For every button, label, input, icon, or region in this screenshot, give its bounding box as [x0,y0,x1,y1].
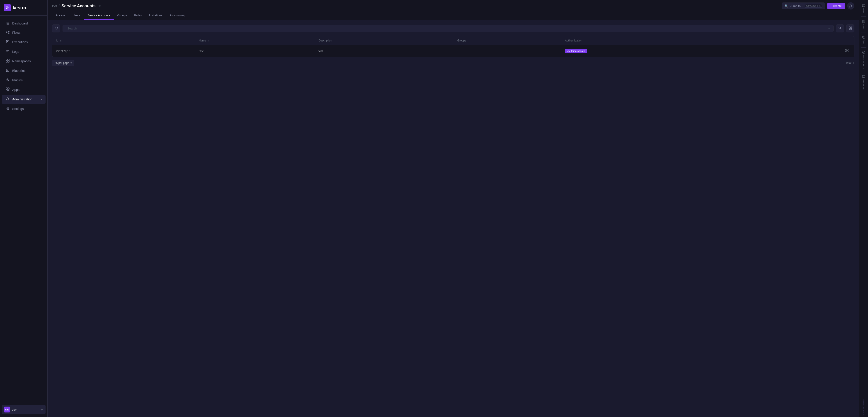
sidebar-item-settings[interactable]: ⚙ Settings [2,104,45,113]
sidebar-item-administration[interactable]: Administration › [2,95,45,104]
rp-docs[interactable]: Docs [860,18,867,30]
svg-point-18 [839,27,841,29]
sidebar-item-label: Plugins [12,78,23,82]
sidebar-item-flows[interactable]: Flows [2,28,45,37]
tab-users[interactable]: Users [69,11,84,20]
search-button[interactable] [836,25,844,32]
svg-rect-5 [6,51,8,52]
svg-point-16 [7,98,8,99]
tab-service-accounts[interactable]: Service Accounts [84,11,114,20]
sidebar-item-plugins[interactable]: Plugins [2,76,45,85]
svg-point-12 [7,79,8,80]
sidebar-item-label: Flows [12,31,21,34]
jump-to-button[interactable]: 🔍 Jump to... Ctrl/Cmd + K [782,2,825,9]
tab-groups[interactable]: Groups [114,11,131,20]
rp-open-issue-label: Open an Issue [862,55,865,69]
help-icon [862,36,865,40]
cell-row-actions [757,45,854,57]
rp-help[interactable]: Help [860,34,867,45]
sidebar-item-label: Settings [12,107,24,110]
open-issue-icon [862,51,865,55]
sort-icon: ⇅ [60,39,62,42]
search-icon: 🔍 [784,4,788,8]
svg-point-0 [6,32,7,33]
svg-rect-19 [849,27,850,28]
refresh-button[interactable] [52,25,60,32]
logo-icon [4,4,11,11]
tab-invitations[interactable]: Invitations [145,11,166,20]
rp-open-issue[interactable]: Open an Issue [860,50,867,70]
svg-rect-14 [8,88,9,89]
create-button[interactable]: + Create [827,3,845,9]
logs-icon [5,50,10,54]
cell-groups [454,45,561,57]
toolbar: ▾ [52,25,855,32]
tab-access[interactable]: Access [52,11,69,20]
content-area: ▾ Id ⇅ Name [48,20,859,417]
nav-menu: ⊞ Dashboard Flows Executions Logs Name [0,15,48,402]
sidebar-footer: DE dev ⇌ [0,402,48,417]
search-container: ▾ [63,25,834,32]
user-profile-button[interactable] [847,2,855,9]
sidebar-item-label: Logs [12,50,19,54]
cell-authentication: Impersonate [561,45,757,57]
rp-news[interactable]: News [860,2,867,14]
cell-description: test [315,45,454,57]
chevron-down-icon: ▾ [70,61,72,65]
sidebar-item-dashboard[interactable]: ⊞ Dashboard [2,19,45,28]
breadcrumb: IAM [52,4,57,7]
sidebar-item-executions[interactable]: Executions [2,38,45,47]
logo-area[interactable]: kestra. [0,0,48,15]
svg-rect-9 [6,61,7,62]
tab-provisioning[interactable]: Provisioning [166,11,189,20]
namespaces-icon [5,59,10,63]
page-title: Service Accounts [61,4,95,8]
rp-get-demo[interactable]: Get a demo [860,74,867,92]
administration-icon [5,97,10,101]
column-header-name[interactable]: Name ⇅ [195,36,315,45]
logo-text: kestra. [13,5,27,10]
blueprints-icon [5,68,10,73]
breadcrumb-separator: / [59,4,60,8]
cell-name: test [195,45,315,57]
svg-rect-6 [6,52,9,52]
svg-rect-34 [862,75,865,77]
user-switch-icon[interactable]: ⇌ [40,408,43,411]
flows-icon [5,30,10,35]
svg-point-30 [862,36,865,38]
get-demo-icon [862,75,865,79]
svg-rect-10 [8,61,9,62]
sidebar-item-namespaces[interactable]: Namespaces [2,57,45,66]
divider [861,16,866,17]
sidebar-item-logs[interactable]: Logs [2,47,45,56]
grid-view-button[interactable] [846,25,855,32]
svg-point-17 [850,5,851,6]
main-content: IAM / Service Accounts ☆ 🔍 Jump to... Ct… [48,0,859,417]
user-badge[interactable]: DE dev ⇌ [2,405,45,414]
sort-icon: ⇅ [208,39,209,42]
svg-rect-13 [6,88,7,89]
svg-rect-4 [6,50,9,51]
svg-rect-27 [847,51,848,52]
impersonate-badge[interactable]: Impersonate [565,49,587,53]
chevron-down-icon[interactable]: ▾ [828,26,831,31]
column-header-id[interactable]: Id ⇅ [52,36,195,45]
per-page-label: 25 per page [55,61,69,65]
sidebar-item-label: Apps [12,88,20,92]
sidebar-item-apps[interactable]: Apps [2,85,45,94]
avatar: DE [4,407,10,413]
search-input[interactable] [65,25,828,32]
settings-icon: ⚙ [5,106,10,111]
tab-roles[interactable]: Roles [130,11,145,20]
plugins-icon [5,78,10,83]
column-header-authentication: Authentication [561,36,757,45]
rp-docs-label: Docs [862,24,865,29]
topbar-top: IAM / Service Accounts ☆ 🔍 Jump to... Ct… [52,0,855,11]
per-page-selector[interactable]: 25 per page ▾ [52,60,74,66]
sidebar-item-blueprints[interactable]: Blueprints [2,66,45,75]
row-menu-button[interactable] [843,48,850,54]
star-button[interactable]: ☆ [97,4,102,8]
dashboard-icon: ⊞ [5,21,10,25]
svg-rect-24 [845,49,847,50]
column-header-description: Description [315,36,454,45]
